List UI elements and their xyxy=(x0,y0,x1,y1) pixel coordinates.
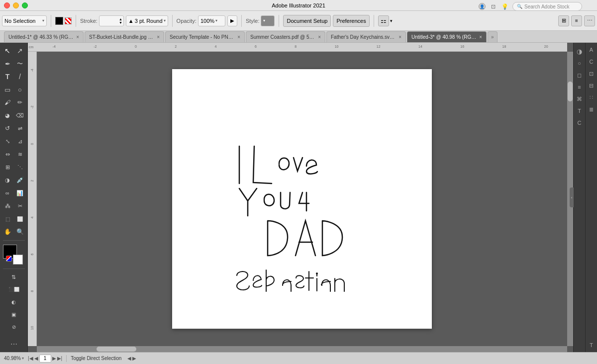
tab-more-button[interactable]: » xyxy=(488,31,498,42)
arrange-btn[interactable]: ⚏ xyxy=(378,15,389,26)
width-tool[interactable]: ⇔ xyxy=(1,148,13,160)
list-view-btn[interactable]: ≡ xyxy=(571,15,582,26)
symbol-sprayer-tool[interactable]: ⁂ xyxy=(1,200,13,212)
prev-page-btn[interactable]: ◀ xyxy=(34,356,38,361)
tab-close-stbucket[interactable]: × xyxy=(157,34,160,40)
fill-swatch[interactable] xyxy=(55,17,63,25)
v-scrollbar-thumb[interactable] xyxy=(568,82,573,101)
tab-untitled1[interactable]: Untitled-1* @ 46.33 % (RGB/P... × xyxy=(4,31,84,42)
curvature-tool[interactable]: 〜 xyxy=(14,58,26,70)
eraser-tool[interactable]: ⌫ xyxy=(14,109,26,121)
page-number[interactable]: 1 xyxy=(39,355,51,363)
last-page-btn[interactable]: ▶| xyxy=(57,356,63,361)
tab-close-security[interactable]: × xyxy=(237,34,240,40)
opacity-input[interactable]: 100% ▾ xyxy=(198,15,225,26)
fr-btn-1[interactable]: A xyxy=(587,45,597,55)
text-tool[interactable]: T xyxy=(1,71,13,83)
maximize-button[interactable] xyxy=(22,2,28,8)
none-swatch-btn[interactable]: ⊘ xyxy=(8,321,20,333)
fr-btn-2[interactable]: C xyxy=(587,57,597,67)
stroke-spinner[interactable]: ▲ ▼ xyxy=(119,17,122,24)
tab-coasters[interactable]: Summer Coasters.pdf @ 55.8... × xyxy=(246,31,325,42)
panel-btn-3[interactable]: ◻ xyxy=(575,71,584,80)
fr-btn-4[interactable]: ⊟ xyxy=(587,81,597,91)
first-page-btn[interactable]: |◀ xyxy=(28,356,33,361)
panel-btn-2[interactable]: ○ xyxy=(575,59,584,68)
eyedropper-tool[interactable]: 💉 xyxy=(14,174,26,186)
next-page-btn[interactable]: ▶ xyxy=(52,356,56,361)
tab-close-untitled3[interactable]: × xyxy=(479,34,482,40)
zoom-tool[interactable]: 🔍 xyxy=(14,226,26,238)
search-adobe-stock[interactable]: 🔍 Search Adobe Stock xyxy=(512,2,582,11)
gradient-tool[interactable]: ◑ xyxy=(1,174,13,186)
far-right-panel: A C ⊡ ⊟ ∷ ≣ T xyxy=(585,43,597,352)
tab-close-keychains[interactable]: × xyxy=(398,34,401,40)
stroke-weight-dropdown[interactable]: ▲ 3 pt. Round ▾ xyxy=(126,15,168,26)
fr-btn-bottom[interactable]: T xyxy=(587,340,597,350)
tab-untitled3[interactable]: Untitled-3* @ 40.98 % (RGB/Preview) × xyxy=(407,31,487,42)
close-button[interactable] xyxy=(4,2,10,8)
rotate-tool[interactable]: ↺ xyxy=(1,122,13,134)
h-scrollbar[interactable] xyxy=(37,346,567,352)
next-arrow-btn[interactable]: ▶ xyxy=(132,356,136,361)
blob-brush-tool[interactable]: ◕ xyxy=(1,109,13,121)
mesh-tool[interactable]: ⋱ xyxy=(14,161,26,173)
artboard-tool[interactable]: ⬜ xyxy=(14,213,26,225)
pencil-tool[interactable]: ✏ xyxy=(14,96,26,108)
panel-btn-7[interactable]: C xyxy=(575,118,584,127)
lightbulb-icon[interactable]: 💡 xyxy=(500,2,509,11)
warp-tool[interactable]: ≋ xyxy=(14,148,26,160)
panel-btn-6[interactable]: T xyxy=(575,106,584,115)
slice-tool[interactable]: ✂ xyxy=(14,200,26,212)
preferences-button[interactable]: Preferences xyxy=(333,15,369,27)
tab-security[interactable]: Security Template - No PNG JPG.ai* × xyxy=(165,31,245,42)
default-colors-btn[interactable]: ⬛⬜ xyxy=(8,283,20,295)
chart-tool[interactable]: 📊 xyxy=(14,187,26,199)
document-setup-button[interactable]: Document Setup xyxy=(283,15,331,27)
pen-tool[interactable]: ✒ xyxy=(1,58,13,70)
fr-btn-6[interactable]: ≣ xyxy=(587,104,597,114)
tab-close-coasters[interactable]: × xyxy=(318,34,321,40)
line-tool[interactable]: / xyxy=(14,71,26,83)
more-tools-btn[interactable]: ⋯ xyxy=(8,338,20,350)
prev-arrow-btn[interactable]: ◀ xyxy=(127,356,131,361)
profile-icon[interactable]: 👤 xyxy=(479,3,486,10)
h-scrollbar-thumb[interactable] xyxy=(97,347,136,352)
arrange-chevron[interactable]: ▾ xyxy=(390,18,393,23)
direct-select-tool[interactable]: ↗ xyxy=(14,45,26,57)
shear-tool[interactable]: ⊿ xyxy=(14,135,26,147)
panel-btn-5[interactable]: ⌘ xyxy=(575,94,584,103)
selection-dropdown[interactable]: No Selection ▾ xyxy=(2,15,47,26)
hand-tool[interactable]: ✋ xyxy=(1,226,13,238)
grid-view-btn[interactable]: ⊞ xyxy=(558,15,569,26)
stroke-input[interactable]: ▲ ▼ xyxy=(99,15,124,26)
gradient-swatch-btn[interactable]: ▣ xyxy=(8,308,20,320)
ellipse-tool[interactable]: ○ xyxy=(14,84,26,95)
more-btn[interactable]: ⋯ xyxy=(584,15,595,26)
minimize-button[interactable] xyxy=(13,2,19,8)
paintbrush-tool[interactable]: 🖌 xyxy=(1,96,13,108)
panel-collapse-handle[interactable]: ‹ xyxy=(570,187,574,207)
window-tile-icon[interactable]: ⊡ xyxy=(489,2,498,11)
tool-pair-rotate-mirror: ↺ ⇌ xyxy=(1,122,26,134)
perspective-tool[interactable]: ⬚ xyxy=(1,213,13,225)
scale-tool[interactable]: ⤡ xyxy=(1,135,13,147)
color-mode-btn[interactable]: ◐ xyxy=(8,296,20,308)
panel-btn-4[interactable]: ≡ xyxy=(575,83,584,91)
opacity-more-btn[interactable]: ▶ xyxy=(227,15,237,26)
fr-btn-3[interactable]: ⊡ xyxy=(587,69,597,79)
selection-tool[interactable]: ↖ xyxy=(1,45,13,57)
panel-btn-1[interactable]: ◑ xyxy=(575,47,584,56)
background-color[interactable] xyxy=(13,255,23,265)
tab-stbucket[interactable]: ST-Bucket-List-Bundle.jpg @... × xyxy=(85,31,164,42)
blend-tool[interactable]: ∞ xyxy=(1,187,13,199)
tab-close-untitled1[interactable]: × xyxy=(76,34,79,40)
style-swatch[interactable]: ▾ xyxy=(261,15,275,26)
no-color-icon[interactable] xyxy=(6,256,12,262)
rectangle-tool[interactable]: ▭ xyxy=(1,84,13,95)
free-transform-tool[interactable]: ⊞ xyxy=(1,161,13,173)
fr-btn-5[interactable]: ∷ xyxy=(587,92,597,102)
tab-keychains[interactable]: Father's Day Keychains.svg @... × xyxy=(326,31,406,42)
swap-colors-btn[interactable]: ⇅ xyxy=(8,271,20,283)
reflect-tool[interactable]: ⇌ xyxy=(14,122,26,134)
